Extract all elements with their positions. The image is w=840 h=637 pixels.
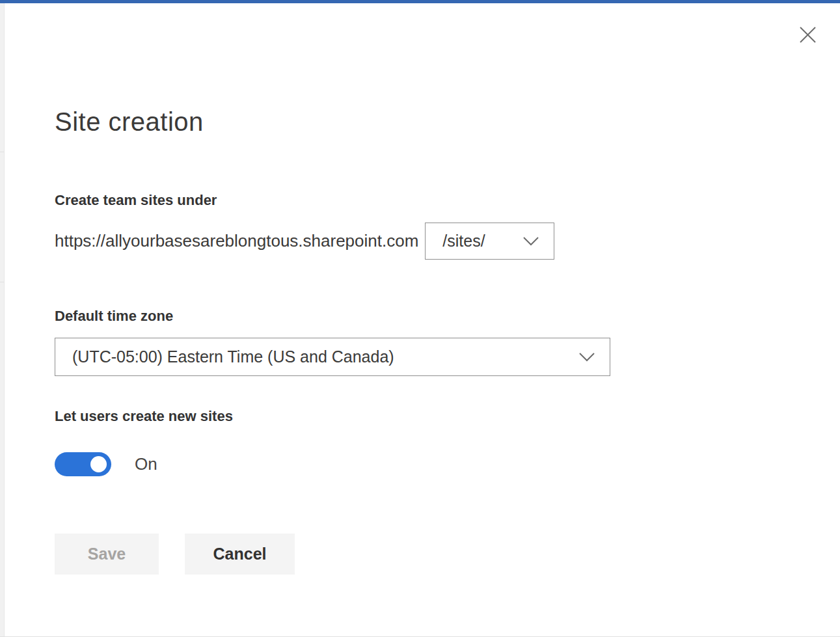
site-path-dropdown[interactable]: /sites/ [425,223,554,260]
close-button[interactable] [796,23,819,46]
toggle-knob [90,456,107,472]
time-zone-dropdown[interactable]: (UTC-05:00) Eastern Time (US and Canada) [55,338,610,376]
background-divider [0,282,4,282]
user-site-creation-label: Let users create new sites [55,408,233,425]
team-sites-url-row: https://allyourbasesareblongtous.sharepo… [55,223,554,260]
site-creation-page: Site creation Create team sites under ht… [0,0,840,637]
save-button[interactable]: Save [55,534,159,575]
time-zone-label: Default time zone [55,308,173,325]
action-buttons: Save Cancel [55,534,295,575]
user-site-creation-toggle-row: On [55,452,157,476]
toggle-state-label: On [135,454,157,474]
chevron-down-icon [578,352,595,362]
sharepoint-url-prefix: https://allyourbasesareblongtous.sharepo… [55,231,418,251]
background-page-strip [0,3,5,637]
chevron-down-icon [522,236,539,246]
background-divider [0,152,4,152]
page-title: Site creation [55,107,204,137]
user-site-creation-toggle[interactable] [55,452,111,476]
site-creation-panel: Site creation Create team sites under ht… [5,3,840,637]
close-icon [799,26,817,44]
team-sites-label: Create team sites under [55,192,217,209]
site-path-dropdown-value: /sites/ [442,232,485,251]
cancel-button[interactable]: Cancel [185,534,295,575]
time-zone-dropdown-value: (UTC-05:00) Eastern Time (US and Canada) [72,347,394,366]
